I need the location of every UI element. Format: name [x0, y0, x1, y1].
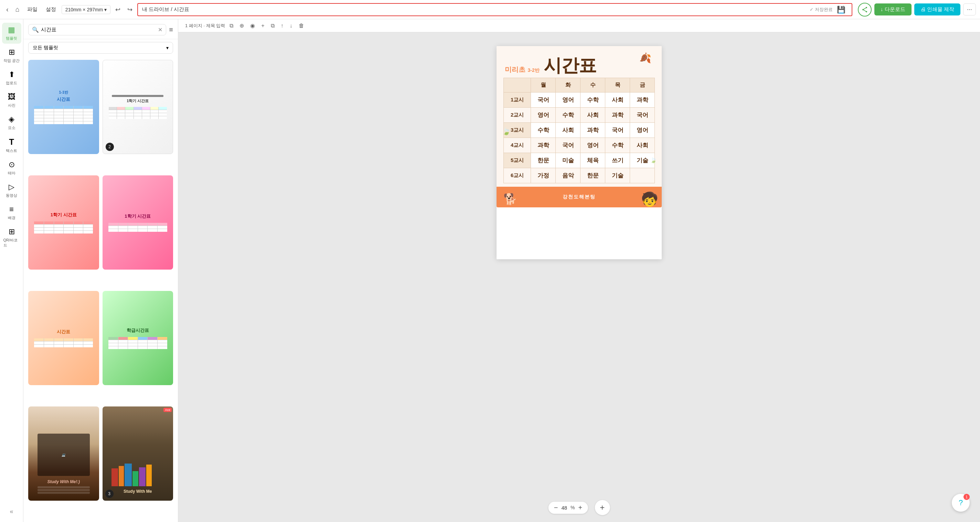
cell-subject	[630, 168, 655, 183]
footer-text: 강천도해본팅	[563, 194, 596, 200]
schedule-title: 시간표	[544, 56, 596, 74]
search-input[interactable]	[41, 27, 156, 33]
schedule-table: 월 화 수 목 금 1교시국어영어수학사회과학2교시영어수학사회과학국어3교시수…	[503, 78, 655, 183]
cell-subject: 사회	[630, 138, 655, 153]
header-right: ↓ 다운로드 🖨 인쇄물 제작 ···	[858, 3, 976, 16]
template-item-6[interactable]: 학급시간표	[103, 291, 173, 385]
video-icon: ▷	[9, 182, 14, 192]
table-row: 5교시한문미술체육쓰기기술	[504, 153, 655, 168]
header-period	[504, 78, 531, 92]
schedule-card: 🍂 미리초 3-2반 시간표 🍃	[496, 46, 662, 207]
cell-subject: 수학	[556, 108, 581, 123]
sidebar-collapse-button[interactable]: «	[10, 508, 13, 515]
more-button[interactable]: ···	[963, 3, 976, 16]
cell-period: 4교시	[504, 138, 531, 153]
path-bar: 내 드라이브 / 시간표 ✓ 저장완료 💾	[137, 3, 852, 16]
footer-boy-icon: 🧒	[641, 191, 658, 207]
template-item-5[interactable]: 시간표	[28, 291, 99, 385]
up-toolbar-button[interactable]: ↑	[279, 22, 285, 30]
file-menu-button[interactable]: 파일	[24, 5, 40, 14]
theme-icon: ⊙	[9, 160, 15, 169]
cell-subject: 과학	[605, 108, 630, 123]
cell-subject: 수학	[581, 92, 605, 108]
notification-dot: 1	[964, 494, 970, 500]
template-item-1[interactable]: 1-1반 시간표	[28, 60, 99, 154]
add-page-button[interactable]: +	[595, 500, 610, 515]
search-clear-button[interactable]: ✕	[158, 27, 162, 33]
fill-toolbar-button[interactable]: ◉	[248, 21, 257, 30]
zoom-in-button[interactable]: +	[578, 504, 582, 512]
down-toolbar-button[interactable]: ↓	[288, 22, 294, 30]
search-filter-button[interactable]: ≡	[169, 26, 173, 34]
sidebar-item-background[interactable]: ≡ 배경	[2, 202, 21, 223]
table-row: 3교시수학사회과학국어영어	[504, 123, 655, 138]
table-header-row: 월 화 수 목 금	[504, 78, 655, 92]
template-item-4[interactable]: 1학기 시간표	[103, 175, 173, 270]
redo-button[interactable]: ↪	[125, 5, 135, 15]
sidebar-item-theme[interactable]: ⊙ 테마	[2, 157, 21, 178]
back-button[interactable]: ‹	[4, 4, 11, 15]
cell-subject: 기술	[605, 168, 630, 183]
canvas-scroll[interactable]: 🍂 미리초 3-2반 시간표 🍃	[178, 32, 980, 522]
delete-toolbar-button[interactable]: 🗑	[297, 22, 306, 30]
svg-line-4	[863, 10, 867, 12]
top-header: ‹ ⌂ 파일 설정 210mm × 297mm ▾ ↩ ↪ 내 드라이브 / 시…	[0, 0, 980, 19]
share-button[interactable]	[858, 3, 872, 16]
template-filter-select[interactable]: 모든 템플릿 ▾	[28, 42, 173, 54]
cell-subject: 사회	[581, 108, 605, 123]
sidebar-item-upload[interactable]: ⬆ 업로드	[2, 67, 21, 88]
search-icon: 🔍	[32, 27, 39, 33]
template-grid: 1-1반 시간표	[24, 56, 178, 522]
photo-icon: 🖼	[8, 92, 16, 102]
header-left: ‹ ⌂ 파일 설정 210mm × 297mm ▾ ↩ ↪	[4, 4, 135, 15]
sidebar-item-qrcode[interactable]: ⊞ QR/바코드	[2, 225, 21, 251]
copy-toolbar-button[interactable]: ⧉	[228, 22, 235, 30]
add-toolbar-button[interactable]: +	[259, 22, 266, 30]
deco-leaf-left: 🍃	[502, 127, 511, 135]
print-button[interactable]: 🖨 인쇄물 제작	[914, 3, 960, 16]
home-button[interactable]: ⌂	[13, 4, 22, 15]
template-item-2[interactable]: 1학기 시간표 2	[103, 60, 173, 154]
template-badge-2: 2	[106, 143, 114, 151]
cell-subject: 영어	[556, 92, 581, 108]
cell-subject: 한문	[581, 168, 605, 183]
search-toolbar-button[interactable]: ⊕	[238, 21, 246, 30]
share-icon	[862, 6, 868, 13]
schedule-footer: 🐕 강천도해본팅 🧒	[496, 187, 662, 207]
template-search-bar: 🔍 ✕ ≡	[24, 19, 178, 39]
sidebar-item-video[interactable]: ▷ 동영상	[2, 180, 21, 201]
duplicate-toolbar-button[interactable]: ⧉	[269, 22, 276, 30]
cell-subject: 한문	[531, 153, 556, 168]
sidebar-item-template[interactable]: ▦ 템플릿	[2, 23, 21, 44]
page-info: 1 페이지 · 제목 입력	[185, 23, 225, 29]
header-fri: 금	[630, 78, 655, 92]
sidebar-item-element[interactable]: ◈ 요소	[2, 112, 21, 133]
template-item-3[interactable]: 1학기 시간표	[28, 175, 99, 270]
cell-subject: 과학	[531, 138, 556, 153]
sidebar-item-text[interactable]: T 텍스트	[2, 135, 21, 156]
sidebar-item-workspace[interactable]: ⊞ 작업 공간	[2, 45, 21, 66]
cell-subject: 미술	[556, 153, 581, 168]
template-item-7[interactable]: 💻 Study With Me!:)	[28, 406, 99, 501]
template-badge-8: 3	[105, 490, 113, 498]
schedule-school: 미리초 3-2반	[505, 65, 539, 74]
cell-period: 1교시	[504, 92, 531, 108]
help-button[interactable]: ? 1	[952, 494, 970, 512]
cell-subject: 영어	[630, 123, 655, 138]
schedule-header: 미리초 3-2반 시간표	[496, 46, 662, 78]
cell-period: 2교시	[504, 108, 531, 123]
page-size-button[interactable]: 210mm × 297mm ▾	[62, 5, 110, 14]
save-button[interactable]: 💾	[835, 5, 848, 14]
sidebar-item-photo[interactable]: 🖼 사진	[2, 90, 21, 111]
settings-menu-button[interactable]: 설정	[43, 5, 59, 14]
zoom-out-button[interactable]: −	[554, 504, 558, 512]
header-wed: 수	[581, 78, 605, 92]
undo-button[interactable]: ↩	[113, 5, 123, 15]
cell-subject: 사회	[556, 123, 581, 138]
table-row: 1교시국어영어수학사회과학	[504, 92, 655, 108]
download-button[interactable]: ↓ 다운로드	[874, 3, 912, 16]
zoom-value: 48	[561, 505, 567, 511]
table-row: 2교시영어수학사회과학국어	[504, 108, 655, 123]
template-item-8[interactable]: Study With Me 3 Ace	[103, 406, 173, 501]
footer-dog-icon: 🐕	[503, 193, 517, 206]
